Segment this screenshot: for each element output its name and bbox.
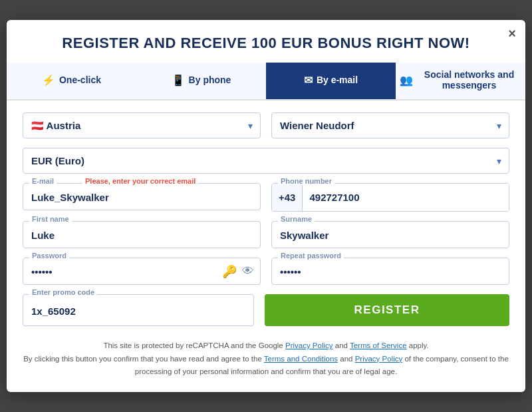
phone-group: +43 (271, 183, 509, 212)
form-body: 🇦🇹 Austria 🇩🇪 Germany 🇨🇭 Switzerland ▾ W… (7, 112, 525, 326)
phone-label: Phone number (278, 177, 334, 185)
promo-field-group: Enter promo code (23, 294, 254, 326)
country-select-wrapper: 🇦🇹 Austria 🇩🇪 Germany 🇨🇭 Switzerland ▾ (23, 112, 261, 138)
tab-by-phone-label: By phone (189, 75, 231, 85)
email-input[interactable] (23, 183, 261, 210)
firstname-input[interactable] (23, 221, 261, 248)
repeat-password-label: Repeat password (278, 252, 344, 260)
close-button[interactable]: × (508, 27, 516, 40)
modal-title: REGISTER AND RECEIVE 100 EUR BONUS RIGHT… (7, 20, 525, 63)
privacy-policy-link1[interactable]: Privacy Policy (285, 341, 333, 349)
password-field-group: Password 🔑 👁 (23, 258, 261, 285)
name-row: First name Surname (23, 221, 509, 248)
email-icon: ✉ (304, 74, 313, 87)
lightning-icon: ⚡ (42, 74, 55, 87)
surname-label: Surname (278, 215, 315, 223)
firstname-label: First name (29, 215, 72, 223)
tab-social[interactable]: 👥 Social networks and messengers (396, 63, 525, 99)
legal-line2: By clicking this button you confirm that… (23, 353, 509, 379)
surname-input[interactable] (271, 221, 509, 248)
tab-by-email[interactable]: ✉ By e-mail (266, 63, 396, 99)
modal-overlay: × REGISTER AND RECEIVE 100 EUR BONUS RIG… (0, 0, 532, 412)
social-icon: 👥 (400, 74, 413, 87)
country-select[interactable]: 🇦🇹 Austria 🇩🇪 Germany 🇨🇭 Switzerland (23, 112, 261, 138)
firstname-field-group: First name (23, 221, 261, 248)
phone-prefix: +43 (272, 184, 303, 211)
currency-select-wrapper: EUR (Euro) USD (Dollar) GBP (Pound) ▾ (23, 148, 509, 174)
repeat-password-input[interactable] (271, 258, 509, 285)
tab-by-email-label: By e-mail (317, 75, 358, 85)
password-label: Password (29, 252, 69, 260)
email-phone-row: E-mail Please, enter your correct email … (23, 183, 509, 212)
currency-select[interactable]: EUR (Euro) USD (Dollar) GBP (Pound) (23, 148, 509, 174)
phone-field-group: Phone number +43 (271, 183, 509, 212)
promo-label: Enter promo code (29, 288, 97, 296)
surname-field-group: Surname (271, 221, 509, 248)
legal-text: This site is protected by reCAPTCHA and … (7, 335, 525, 379)
eye-icon[interactable]: 👁 (242, 264, 254, 278)
email-field-group: E-mail Please, enter your correct email (23, 183, 261, 212)
currency-row: EUR (Euro) USD (Dollar) GBP (Pound) ▾ (23, 148, 509, 174)
key-icon[interactable]: 🔑 (222, 264, 237, 279)
privacy-policy-link2[interactable]: Privacy Policy (355, 355, 403, 363)
city-select[interactable]: Wiener Neudorf Vienna Graz (271, 112, 509, 138)
password-icons: 🔑 👁 (222, 264, 254, 279)
country-city-row: 🇦🇹 Austria 🇩🇪 Germany 🇨🇭 Switzerland ▾ W… (23, 112, 509, 138)
tab-by-phone[interactable]: 📱 By phone (136, 63, 266, 99)
register-button[interactable]: REGISTER (265, 294, 509, 326)
tabs-container: ⚡ One-click 📱 By phone ✉ By e-mail 👥 Soc… (7, 63, 525, 101)
tab-social-label: Social networks and messengers (417, 69, 521, 91)
promo-register-row: Enter promo code REGISTER (23, 294, 509, 326)
terms-of-service-link[interactable]: Terms of Service (350, 341, 407, 349)
tab-one-click[interactable]: ⚡ One-click (7, 63, 136, 99)
tab-one-click-label: One-click (59, 75, 101, 85)
password-row: Password 🔑 👁 Repeat password (23, 258, 509, 285)
email-error: Please, enter your correct email (82, 177, 198, 185)
terms-conditions-link[interactable]: Terms and Conditions (264, 355, 338, 363)
phone-icon: 📱 (172, 74, 185, 87)
email-label: E-mail (29, 177, 57, 185)
repeat-password-field-group: Repeat password (271, 258, 509, 285)
registration-modal: × REGISTER AND RECEIVE 100 EUR BONUS RIG… (7, 20, 525, 392)
promo-input[interactable] (23, 294, 254, 326)
legal-line1: This site is protected by reCAPTCHA and … (23, 339, 509, 353)
phone-number-input[interactable] (303, 184, 509, 211)
city-select-wrapper: Wiener Neudorf Vienna Graz ▾ (271, 112, 509, 138)
